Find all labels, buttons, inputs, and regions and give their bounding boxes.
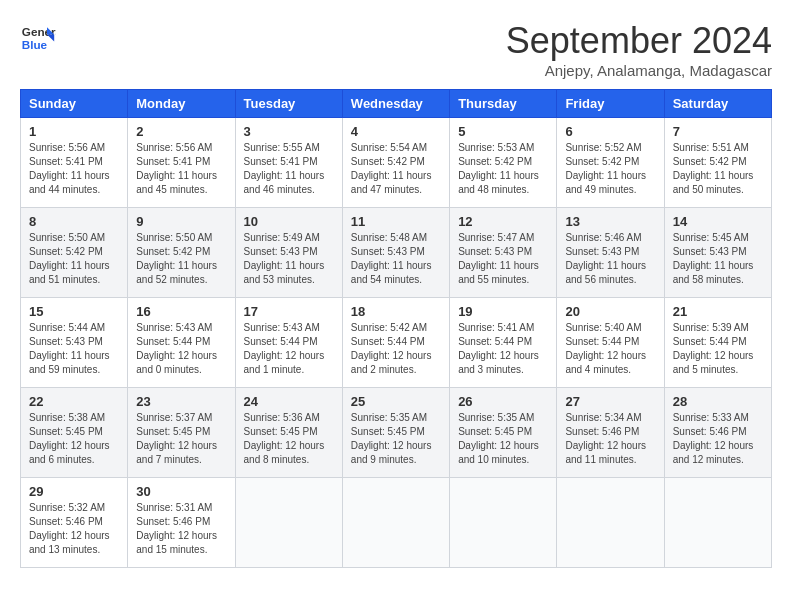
day-number: 20 [565,304,655,319]
calendar-cell: 28Sunrise: 5:33 AMSunset: 5:46 PMDayligh… [664,388,771,478]
day-number: 1 [29,124,119,139]
weekday-header: Wednesday [342,90,449,118]
day-number: 16 [136,304,226,319]
calendar-cell: 27Sunrise: 5:34 AMSunset: 5:46 PMDayligh… [557,388,664,478]
weekday-header: Thursday [450,90,557,118]
day-number: 24 [244,394,334,409]
day-number: 28 [673,394,763,409]
calendar-week: 22Sunrise: 5:38 AMSunset: 5:45 PMDayligh… [21,388,772,478]
day-info: Sunrise: 5:52 AMSunset: 5:42 PMDaylight:… [565,141,655,197]
day-number: 30 [136,484,226,499]
day-number: 6 [565,124,655,139]
day-info: Sunrise: 5:50 AMSunset: 5:42 PMDaylight:… [136,231,226,287]
calendar-cell: 7Sunrise: 5:51 AMSunset: 5:42 PMDaylight… [664,118,771,208]
calendar-week: 29Sunrise: 5:32 AMSunset: 5:46 PMDayligh… [21,478,772,568]
day-info: Sunrise: 5:49 AMSunset: 5:43 PMDaylight:… [244,231,334,287]
title-area: September 2024 Anjepy, Analamanga, Madag… [506,20,772,79]
calendar-cell: 13Sunrise: 5:46 AMSunset: 5:43 PMDayligh… [557,208,664,298]
day-number: 15 [29,304,119,319]
calendar-cell [557,478,664,568]
calendar-cell: 12Sunrise: 5:47 AMSunset: 5:43 PMDayligh… [450,208,557,298]
calendar-cell: 30Sunrise: 5:31 AMSunset: 5:46 PMDayligh… [128,478,235,568]
day-number: 27 [565,394,655,409]
day-info: Sunrise: 5:33 AMSunset: 5:46 PMDaylight:… [673,411,763,467]
day-number: 17 [244,304,334,319]
day-number: 21 [673,304,763,319]
calendar-cell: 2Sunrise: 5:56 AMSunset: 5:41 PMDaylight… [128,118,235,208]
weekday-header: Sunday [21,90,128,118]
day-number: 18 [351,304,441,319]
weekday-header: Saturday [664,90,771,118]
day-info: Sunrise: 5:56 AMSunset: 5:41 PMDaylight:… [136,141,226,197]
day-number: 23 [136,394,226,409]
day-info: Sunrise: 5:31 AMSunset: 5:46 PMDaylight:… [136,501,226,557]
calendar-cell: 19Sunrise: 5:41 AMSunset: 5:44 PMDayligh… [450,298,557,388]
day-info: Sunrise: 5:45 AMSunset: 5:43 PMDaylight:… [673,231,763,287]
day-info: Sunrise: 5:36 AMSunset: 5:45 PMDaylight:… [244,411,334,467]
day-info: Sunrise: 5:43 AMSunset: 5:44 PMDaylight:… [244,321,334,377]
weekday-row: SundayMondayTuesdayWednesdayThursdayFrid… [21,90,772,118]
day-number: 22 [29,394,119,409]
svg-text:Blue: Blue [22,38,48,51]
calendar-cell [664,478,771,568]
day-info: Sunrise: 5:40 AMSunset: 5:44 PMDaylight:… [565,321,655,377]
day-info: Sunrise: 5:35 AMSunset: 5:45 PMDaylight:… [351,411,441,467]
calendar-cell: 5Sunrise: 5:53 AMSunset: 5:42 PMDaylight… [450,118,557,208]
calendar-header: SundayMondayTuesdayWednesdayThursdayFrid… [21,90,772,118]
day-info: Sunrise: 5:46 AMSunset: 5:43 PMDaylight:… [565,231,655,287]
day-info: Sunrise: 5:41 AMSunset: 5:44 PMDaylight:… [458,321,548,377]
calendar-cell: 26Sunrise: 5:35 AMSunset: 5:45 PMDayligh… [450,388,557,478]
day-number: 14 [673,214,763,229]
day-number: 25 [351,394,441,409]
day-number: 10 [244,214,334,229]
day-number: 2 [136,124,226,139]
calendar-cell: 22Sunrise: 5:38 AMSunset: 5:45 PMDayligh… [21,388,128,478]
calendar-cell: 16Sunrise: 5:43 AMSunset: 5:44 PMDayligh… [128,298,235,388]
day-info: Sunrise: 5:54 AMSunset: 5:42 PMDaylight:… [351,141,441,197]
calendar-cell: 21Sunrise: 5:39 AMSunset: 5:44 PMDayligh… [664,298,771,388]
logo: General Blue [20,20,56,56]
calendar-cell: 24Sunrise: 5:36 AMSunset: 5:45 PMDayligh… [235,388,342,478]
day-number: 8 [29,214,119,229]
day-info: Sunrise: 5:34 AMSunset: 5:46 PMDaylight:… [565,411,655,467]
day-info: Sunrise: 5:48 AMSunset: 5:43 PMDaylight:… [351,231,441,287]
day-info: Sunrise: 5:44 AMSunset: 5:43 PMDaylight:… [29,321,119,377]
day-number: 3 [244,124,334,139]
calendar-cell: 4Sunrise: 5:54 AMSunset: 5:42 PMDaylight… [342,118,449,208]
calendar-cell: 18Sunrise: 5:42 AMSunset: 5:44 PMDayligh… [342,298,449,388]
calendar-cell [235,478,342,568]
day-number: 12 [458,214,548,229]
calendar-cell: 6Sunrise: 5:52 AMSunset: 5:42 PMDaylight… [557,118,664,208]
day-info: Sunrise: 5:43 AMSunset: 5:44 PMDaylight:… [136,321,226,377]
location: Anjepy, Analamanga, Madagascar [506,62,772,79]
day-info: Sunrise: 5:56 AMSunset: 5:41 PMDaylight:… [29,141,119,197]
calendar-cell: 10Sunrise: 5:49 AMSunset: 5:43 PMDayligh… [235,208,342,298]
day-info: Sunrise: 5:50 AMSunset: 5:42 PMDaylight:… [29,231,119,287]
calendar-cell: 15Sunrise: 5:44 AMSunset: 5:43 PMDayligh… [21,298,128,388]
calendar-cell: 1Sunrise: 5:56 AMSunset: 5:41 PMDaylight… [21,118,128,208]
day-info: Sunrise: 5:55 AMSunset: 5:41 PMDaylight:… [244,141,334,197]
day-number: 13 [565,214,655,229]
day-number: 26 [458,394,548,409]
calendar-week: 1Sunrise: 5:56 AMSunset: 5:41 PMDaylight… [21,118,772,208]
day-info: Sunrise: 5:38 AMSunset: 5:45 PMDaylight:… [29,411,119,467]
header: General Blue September 2024 Anjepy, Anal… [20,20,772,79]
day-info: Sunrise: 5:37 AMSunset: 5:45 PMDaylight:… [136,411,226,467]
calendar-cell: 9Sunrise: 5:50 AMSunset: 5:42 PMDaylight… [128,208,235,298]
day-info: Sunrise: 5:51 AMSunset: 5:42 PMDaylight:… [673,141,763,197]
day-info: Sunrise: 5:47 AMSunset: 5:43 PMDaylight:… [458,231,548,287]
day-info: Sunrise: 5:42 AMSunset: 5:44 PMDaylight:… [351,321,441,377]
day-info: Sunrise: 5:35 AMSunset: 5:45 PMDaylight:… [458,411,548,467]
calendar-cell: 14Sunrise: 5:45 AMSunset: 5:43 PMDayligh… [664,208,771,298]
day-number: 4 [351,124,441,139]
day-info: Sunrise: 5:53 AMSunset: 5:42 PMDaylight:… [458,141,548,197]
calendar-cell: 17Sunrise: 5:43 AMSunset: 5:44 PMDayligh… [235,298,342,388]
calendar-week: 15Sunrise: 5:44 AMSunset: 5:43 PMDayligh… [21,298,772,388]
month-title: September 2024 [506,20,772,62]
logo-icon: General Blue [20,20,56,56]
day-number: 19 [458,304,548,319]
calendar: SundayMondayTuesdayWednesdayThursdayFrid… [20,89,772,568]
weekday-header: Friday [557,90,664,118]
calendar-cell: 25Sunrise: 5:35 AMSunset: 5:45 PMDayligh… [342,388,449,478]
calendar-cell [342,478,449,568]
